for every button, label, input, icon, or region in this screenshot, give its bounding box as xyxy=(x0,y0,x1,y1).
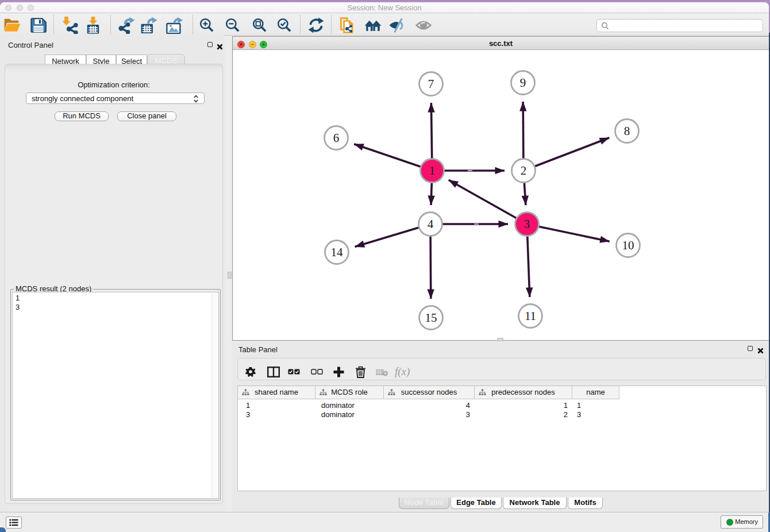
svg-text:7: 7 xyxy=(428,77,434,91)
svg-text:10: 10 xyxy=(622,238,634,252)
svg-text:15: 15 xyxy=(425,311,437,325)
svg-text:1: 1 xyxy=(429,164,436,178)
svg-text:9: 9 xyxy=(520,76,526,90)
svg-text:11: 11 xyxy=(525,309,536,323)
svg-text:8: 8 xyxy=(624,124,630,138)
svg-text:6: 6 xyxy=(333,131,340,145)
svg-text:2: 2 xyxy=(521,164,527,178)
svg-text:14: 14 xyxy=(331,245,344,259)
svg-text:3: 3 xyxy=(524,217,530,231)
svg-text:4: 4 xyxy=(428,217,434,231)
